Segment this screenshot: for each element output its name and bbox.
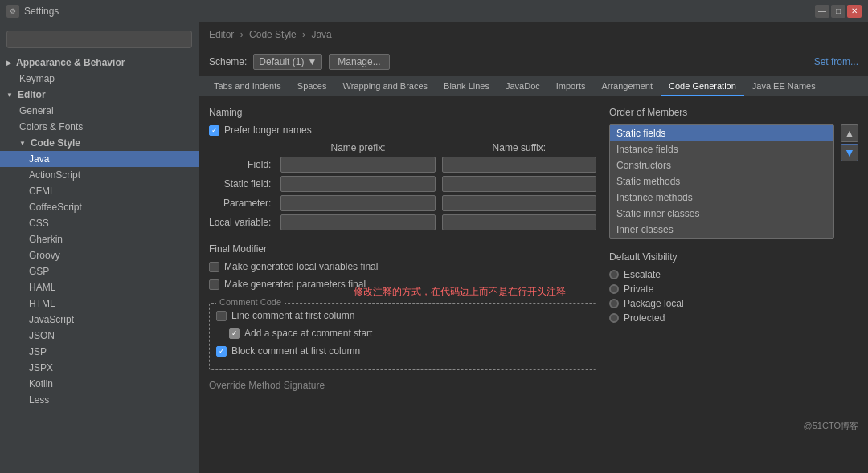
tab-arrangement[interactable]: Arrangement	[593, 77, 661, 96]
package-local-radio-row: Package local	[609, 298, 858, 309]
sidebar-item-label: JavaScript	[29, 314, 74, 325]
sidebar-item-gsp[interactable]: GSP	[0, 263, 199, 279]
sidebar-item-label: Colors & Fonts	[19, 121, 83, 133]
sidebar-item-less[interactable]: Less	[0, 392, 199, 408]
sidebar-item-code-style[interactable]: ▼ Code Style	[0, 135, 199, 151]
maximize-button[interactable]: □	[831, 5, 845, 18]
sidebar-item-colors-fonts[interactable]: Colors & Fonts	[0, 119, 199, 135]
private-radio-row: Private	[609, 283, 858, 295]
order-item-constructors[interactable]: Constructors	[610, 157, 833, 173]
tab-imports[interactable]: Imports	[548, 77, 594, 96]
order-item-static-methods[interactable]: Static methods	[610, 173, 833, 190]
make-local-final-checkbox[interactable]	[209, 262, 219, 272]
sidebar-item-cfml[interactable]: CFML	[0, 183, 199, 199]
private-label: Private	[624, 283, 653, 295]
sidebar-item-general[interactable]: General	[0, 103, 199, 119]
escalate-radio-row: Escalate	[609, 269, 858, 280]
field-prefix-input[interactable]	[280, 157, 435, 173]
expand-icon: ▶	[6, 59, 11, 67]
sidebar: ▶ Appearance & Behavior Keymap ▼ Editor …	[0, 22, 199, 473]
checkmark-icon: ✓	[219, 347, 225, 355]
local-variable-prefix-input[interactable]	[280, 214, 435, 230]
scheme-select[interactable]: Default (1) ▼	[253, 54, 322, 70]
package-local-radio[interactable]	[609, 299, 619, 308]
close-button[interactable]: ✕	[847, 5, 862, 18]
sidebar-item-css[interactable]: CSS	[0, 215, 199, 231]
order-item-instance-fields[interactable]: Instance fields	[610, 141, 833, 157]
order-item-static-fields[interactable]: Static fields	[610, 125, 833, 141]
search-input[interactable]	[6, 31, 192, 48]
move-up-button[interactable]: ▲	[841, 124, 858, 142]
comment-code-title: Comment Code	[216, 297, 285, 307]
sidebar-item-keymap[interactable]: Keymap	[0, 71, 199, 87]
prefer-longer-names-row: ✓ Prefer longer names	[209, 124, 596, 136]
sidebar-item-kotlin[interactable]: Kotlin	[0, 376, 199, 392]
sidebar-item-label: General	[19, 105, 54, 116]
block-comment-first-col-checkbox[interactable]: ✓	[216, 346, 227, 357]
protected-radio[interactable]	[609, 313, 619, 323]
static-field-suffix-input[interactable]	[442, 176, 596, 192]
sidebar-item-label: Java	[29, 153, 49, 165]
sidebar-item-json[interactable]: JSON	[0, 328, 199, 344]
default-visibility-title: Default Visibility	[609, 251, 858, 263]
order-of-members-title: Order of Members	[609, 107, 858, 118]
naming-title: Naming	[209, 107, 596, 118]
naming-section: Naming ✓ Prefer longer names Name prefix…	[209, 107, 596, 230]
window-title: Settings	[24, 6, 59, 17]
line-comment-first-col-label: Line comment at first column	[231, 310, 354, 321]
sidebar-item-editor[interactable]: ▼ Editor	[0, 87, 199, 103]
sidebar-item-appearance[interactable]: ▶ Appearance & Behavior	[0, 55, 199, 71]
sidebar-item-java[interactable]: Java	[0, 151, 199, 167]
add-space-comment-row: ✓ Add a space at comment start	[229, 328, 589, 339]
order-item-inner-classes[interactable]: Inner classes	[610, 222, 833, 238]
tab-java-ee[interactable]: Java EE Names	[744, 77, 824, 96]
minimize-button[interactable]: —	[815, 5, 829, 18]
tab-spaces[interactable]: Spaces	[289, 77, 335, 96]
parameter-suffix-input[interactable]	[442, 195, 596, 211]
manage-button[interactable]: Manage...	[329, 54, 389, 70]
parameter-prefix-input[interactable]	[280, 195, 435, 211]
local-variable-suffix-input[interactable]	[442, 214, 596, 230]
sidebar-item-label: Appearance & Behavior	[16, 57, 125, 68]
checkmark-icon: ✓	[211, 126, 218, 134]
comment-note: 修改注释的方式，在代码边上而不是在行开头注释	[354, 285, 566, 299]
content-area: Editor › Code Style › Java Scheme: Defau…	[199, 22, 868, 473]
escalate-label: Escalate	[624, 269, 661, 280]
scheme-value: Default (1)	[259, 56, 304, 67]
sidebar-item-jsp[interactable]: JSP	[0, 344, 199, 360]
field-suffix-input[interactable]	[442, 157, 596, 173]
tab-wrapping[interactable]: Wrapping and Braces	[335, 77, 436, 96]
order-item-instance-methods[interactable]: Instance methods	[610, 190, 833, 206]
sidebar-item-label: Less	[29, 394, 49, 406]
tab-blank-lines[interactable]: Blank Lines	[436, 77, 497, 96]
sidebar-item-actionscript[interactable]: ActionScript	[0, 167, 199, 183]
escalate-radio[interactable]	[609, 270, 619, 279]
make-param-final-label: Make generated parameters final	[224, 279, 366, 290]
tab-content-area: Naming ✓ Prefer longer names Name prefix…	[199, 97, 868, 473]
prefer-longer-names-checkbox[interactable]: ✓	[209, 125, 219, 136]
set-from-link[interactable]: Set from...	[814, 56, 858, 67]
sidebar-item-jspx[interactable]: JSPX	[0, 360, 199, 376]
make-param-final-checkbox[interactable]	[209, 279, 219, 290]
sidebar-item-gherkin[interactable]: Gherkin	[0, 231, 199, 247]
private-radio[interactable]	[609, 284, 619, 294]
tab-tabs-indents[interactable]: Tabs and Indents	[206, 77, 289, 96]
protected-label: Protected	[624, 312, 665, 324]
parameter-label: Parameter:	[209, 198, 274, 209]
watermark: @51CTO博客	[609, 420, 858, 432]
sidebar-item-coffeescript[interactable]: CoffeeScript	[0, 199, 199, 215]
tab-code-generation[interactable]: Code Generation	[661, 77, 744, 96]
order-item-static-inner-classes[interactable]: Static inner classes	[610, 206, 833, 222]
sidebar-item-html[interactable]: HTML	[0, 296, 199, 312]
sidebar-item-label: Keymap	[19, 73, 55, 84]
sidebar-item-javascript[interactable]: JavaScript	[0, 312, 199, 328]
sidebar-item-haml[interactable]: HAML	[0, 279, 199, 296]
add-space-comment-checkbox[interactable]: ✓	[229, 328, 240, 339]
static-field-prefix-input[interactable]	[280, 176, 435, 192]
sidebar-item-groovy[interactable]: Groovy	[0, 247, 199, 263]
tab-javadoc[interactable]: JavaDoc	[497, 77, 548, 96]
line-comment-first-col-checkbox[interactable]	[216, 311, 227, 321]
move-down-button[interactable]: ▼	[841, 144, 858, 161]
checkmark-icon: ✓	[231, 329, 238, 337]
package-local-label: Package local	[624, 298, 684, 309]
